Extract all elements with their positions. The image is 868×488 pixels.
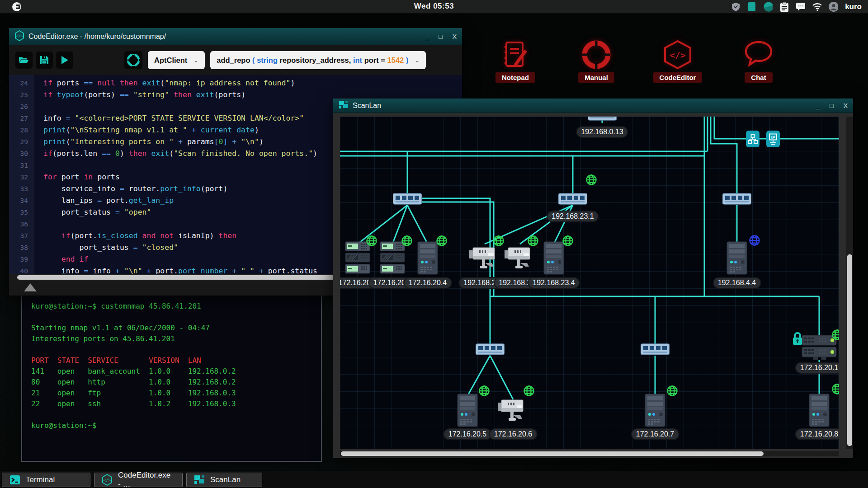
globe-green-icon [436, 235, 448, 249]
code-editor-toolbar: AptClient ⌄ add_repo ( string repository… [9, 45, 462, 75]
scanlan-titlebar[interactable]: ScanLan _ □ X [333, 99, 853, 113]
line-number: 29 [9, 136, 28, 148]
svg-text:IP: IP [771, 135, 775, 139]
ip-node-icon[interactable]: IP [766, 131, 780, 147]
map-vertical-scrollbar[interactable] [846, 117, 853, 449]
close-button[interactable]: X [453, 33, 457, 40]
task-button-terminal[interactable]: Terminal [2, 473, 90, 487]
task-button-scanlan[interactable]: ScanLan [186, 473, 262, 487]
lock-icon [792, 332, 803, 347]
run-script-button[interactable] [56, 52, 73, 69]
tower-node[interactable] [457, 394, 478, 429]
line-number: 34 [9, 195, 28, 206]
desktop-icon-manual[interactable]: Manual [565, 40, 628, 83]
method-signature-dropdown[interactable]: add_repo ( string repository_address, in… [210, 51, 426, 69]
open-file-button[interactable] [15, 52, 33, 69]
desktop-icon-label: Notepad [495, 72, 535, 83]
tower-node[interactable] [645, 394, 665, 429]
avatar-icon[interactable] [829, 2, 838, 11]
line-number: 26 [9, 101, 28, 113]
maximize-button[interactable]: □ [439, 33, 442, 40]
scanlan-window[interactable]: ScanLan _ □ X 192.168.0.13 192.168.23.1 [333, 99, 853, 458]
terminal-line: 80 open http 1.0.0 192.168.0.2 [31, 377, 321, 388]
task-button-label: ScanLan [210, 475, 241, 484]
save-file-button[interactable] [36, 52, 53, 69]
line-number: 25 [9, 89, 28, 101]
terminal-line: kuro@station:~$ [31, 420, 321, 431]
line-number: 31 [9, 160, 28, 171]
switch-node[interactable] [393, 192, 422, 207]
clipboard-icon[interactable] [780, 2, 789, 11]
tower-node[interactable] [809, 394, 830, 429]
desktop-icon-codeeditor[interactable]: </>CodeEditor [646, 40, 709, 83]
line-number: 24 [9, 77, 28, 89]
terminal-line: 21 open ftp 1.0.0 192.168.0.3 [31, 388, 321, 399]
tower-node[interactable] [543, 241, 564, 277]
shield-check-icon[interactable] [731, 2, 740, 11]
maximize-button[interactable]: □ [830, 102, 833, 109]
tower-node[interactable] [726, 241, 747, 277]
desktop-icon-label: CodeEditor [653, 72, 703, 83]
code-text: print("\nStarting nmap v1.1 at " + curre… [43, 124, 259, 136]
minimize-button[interactable]: _ [816, 102, 820, 109]
tower-node[interactable] [417, 241, 438, 277]
node-ip-label: 172.16.20.7 [631, 428, 679, 440]
globe-green-icon [478, 385, 490, 399]
globe-green-icon [493, 235, 505, 249]
close-button[interactable]: X [844, 102, 848, 109]
scroll-up-arrow[interactable] [24, 283, 37, 291]
manual-icon [565, 40, 628, 70]
network-status-icon[interactable] [764, 2, 773, 11]
terminal-window[interactable]: kuro@station:~$ customnmap 45.86.41.201S… [21, 290, 322, 462]
switch-node[interactable] [722, 192, 751, 207]
code-text: end if [43, 253, 88, 265]
notepad-icon [484, 40, 547, 70]
top-status-bar: Wed 05:53 [0, 0, 868, 14]
code-text: if(port.is_closed and not isLanIp) then [43, 230, 236, 242]
line-number: 32 [9, 171, 28, 183]
code-editor-titlebar[interactable]: </> CodeEditor.exe - /home/kuro/customnm… [9, 28, 462, 45]
scanlan-icon [194, 474, 205, 485]
line-number: 39 [9, 253, 28, 265]
terminal-line: 22 open ssh 1.0.2 192.168.0.3 [31, 399, 321, 409]
code-editor-title: CodeEditor.exe - /home/kuro/customnmap/ [28, 33, 166, 41]
globe-green-icon [366, 235, 377, 249]
terminal-line: 141 open bank_account 1.0.0 192.168.0.2 [31, 366, 321, 377]
globe-green-icon [527, 235, 539, 249]
switch-node[interactable] [641, 343, 670, 357]
task-button-codeeditor[interactable]: </>CodeEditor.exe - … [94, 473, 183, 487]
code-text: info = "<color=red>PORT STATE SERVICE VE… [43, 113, 304, 124]
network-map[interactable]: 192.168.0.13 192.168.23.1 172.16.20 [340, 117, 839, 449]
terminal-line: PORT STATE SERVICE VERSION LAN [31, 355, 321, 366]
desktop-icon-notepad[interactable]: Notepad [484, 40, 547, 83]
code-text: print("Interesting ports on " + params[0… [43, 136, 264, 148]
node-ip-label: 192.168.0.13 [576, 126, 628, 138]
terminal-line: kuro@station:~$ customnmap 45.86.41.201 [31, 301, 321, 312]
node-ip-label: 172.16.20.4 [404, 277, 452, 289]
switch-node[interactable] [476, 343, 505, 357]
chat-icon[interactable] [796, 2, 805, 11]
code-text: if(ports.len == 0) then exit("Scan finis… [43, 148, 317, 160]
node-ip-label: 172.16.20.6 [489, 428, 538, 440]
wifi-icon[interactable] [812, 2, 821, 11]
code-text: service_info = router.port_info(port) [43, 183, 227, 195]
switch-node[interactable] [588, 117, 617, 123]
node-ip-label: 172.16.20.5 [443, 428, 492, 440]
screen-icon[interactable] [747, 2, 756, 11]
class-dropdown[interactable]: AptClient ⌄ [148, 51, 205, 69]
line-number: 30 [9, 148, 28, 160]
cam-node[interactable] [498, 395, 528, 425]
globe-green-icon [523, 385, 535, 399]
minimize-button[interactable]: _ [425, 33, 429, 40]
terminal-line: Starting nmap v1.1 at 06/Dec/2000 - 04:4… [31, 323, 321, 333]
globe-green-icon [831, 329, 839, 343]
chevron-down-icon: ⌄ [193, 57, 198, 64]
scanlan-app-icon [339, 100, 349, 111]
chat-icon [727, 40, 790, 70]
desktop-icon-chat[interactable]: Chat [727, 40, 790, 83]
net-tree-icon[interactable] [746, 131, 760, 147]
map-horizontal-scrollbar[interactable] [340, 451, 839, 456]
svg-text:</>: </> [670, 50, 686, 61]
code-editor-app-icon: </> [14, 30, 24, 43]
switch-node[interactable] [558, 192, 587, 207]
